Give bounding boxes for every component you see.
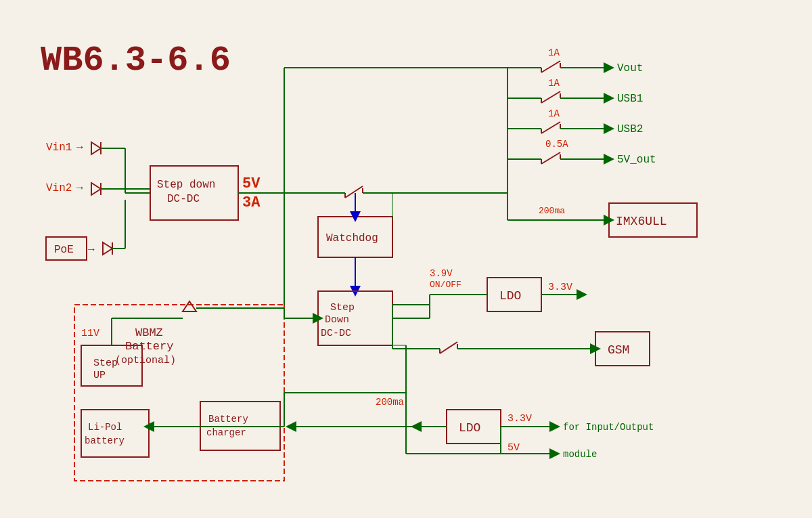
svg-text:Step: Step [330, 302, 355, 314]
usb1-label: USB1 [617, 93, 643, 105]
gsm-label: GSM [608, 343, 629, 357]
3-3v-2-label: 3.3V [508, 413, 532, 425]
li-pol-box [81, 410, 149, 457]
svg-text:(optional): (optional) [115, 355, 176, 366]
svg-marker-7 [103, 242, 112, 255]
11v-label: 11V [81, 328, 99, 339]
svg-marker-4 [91, 183, 101, 195]
svg-marker-1 [91, 142, 101, 154]
svg-line-67 [440, 342, 457, 353]
ldo2-label: LDO [459, 421, 480, 435]
svg-line-51 [541, 152, 560, 164]
step-up-label: UP [93, 370, 106, 381]
wbmz-battery-box [74, 305, 284, 481]
svg-text:Down: Down [325, 314, 349, 326]
usb2-label: USB2 [617, 123, 643, 135]
svg-marker-81 [183, 301, 196, 311]
poe-label: PoE [54, 244, 74, 256]
ldo1-label: LDO [499, 289, 521, 303]
svg-text:→: → [76, 142, 83, 154]
svg-line-45 [541, 122, 560, 133]
200ma-ldo2-label: 200ma [376, 397, 404, 408]
vin1-label: Vin1 [46, 142, 72, 154]
svg-text:DC-DC: DC-DC [167, 193, 200, 205]
1a-usb2-label: 1A [548, 108, 560, 119]
1a-vout-label: 1A [548, 47, 560, 58]
1a-usb1-label: 1A [548, 78, 560, 89]
on-off-label: ON/OFF [430, 280, 461, 290]
imx6ull-label: IMX6ULL [616, 215, 667, 228]
svg-text:Li-Pol: Li-Pol [88, 422, 122, 433]
3-3v-1-label: 3.3V [548, 282, 572, 293]
for-io-label: for Input/Output [563, 422, 654, 433]
0-5a-label: 0.5A [545, 139, 568, 150]
wbmz-label: WBMZ [135, 326, 163, 339]
svg-line-33 [541, 61, 560, 72]
svg-line-19 [345, 186, 363, 198]
svg-text:Battery: Battery [125, 340, 173, 353]
5v-out-label: 5V_out [617, 154, 656, 166]
5v-label: 5V [242, 175, 261, 192]
vin2-label: Vin2 [46, 182, 72, 194]
svg-text:→: → [88, 244, 95, 256]
200ma-imx-label: 200ma [539, 206, 565, 216]
3a-label: 3A [242, 194, 261, 211]
3-9v-label: 3.9V [430, 268, 453, 279]
svg-text:Step: Step [93, 358, 118, 369]
li-pol-label: battery [85, 435, 125, 446]
svg-text:Battery: Battery [208, 414, 248, 425]
svg-text:→: → [76, 182, 83, 194]
step-down2-label: DC-DC [321, 328, 351, 339]
watchdog-label: Watchdog [326, 232, 378, 244]
svg-line-39 [541, 91, 560, 103]
vout-label: Vout [617, 62, 643, 74]
5v-module-label: 5V [508, 442, 520, 454]
battery-charger-label: charger [206, 427, 246, 438]
module-label: module [563, 449, 597, 460]
step-down-label: Step down [157, 179, 215, 191]
